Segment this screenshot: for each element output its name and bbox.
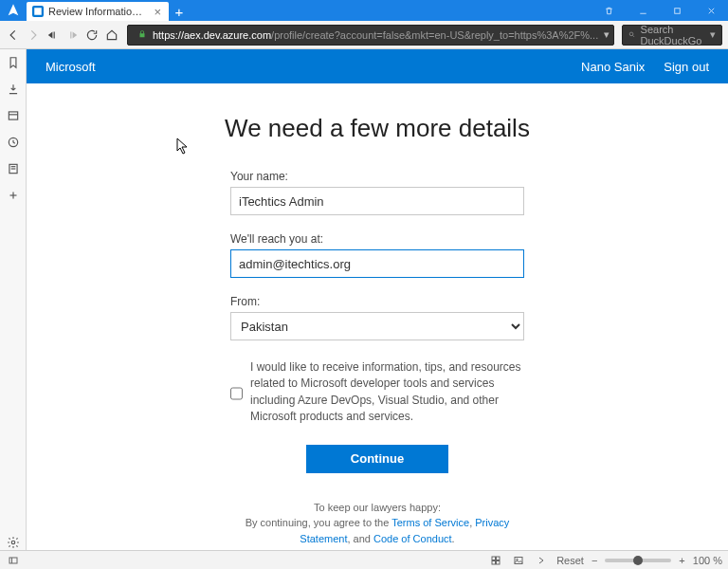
svg-rect-20 <box>497 560 500 564</box>
browser-toolbar: https://aex.dev.azure.com/profile/create… <box>0 21 728 49</box>
zoom-plus-icon[interactable]: + <box>679 555 684 566</box>
consent-text: I would like to receive information, tip… <box>250 359 524 426</box>
legal-text: To keep our lawyers happy: By continuing… <box>230 500 524 547</box>
url-text: https://aex.dev.azure.com/profile/create… <box>153 29 598 41</box>
user-name[interactable]: Nano Sanix <box>581 60 645 74</box>
home-button[interactable] <box>103 25 119 46</box>
ms-header: Microsoft Nano Sanix Sign out <box>27 49 728 83</box>
page-viewport: Microsoft Nano Sanix Sign out We need a … <box>27 49 728 550</box>
rewind-button[interactable] <box>45 25 61 46</box>
zoom-slider[interactable] <box>605 559 671 562</box>
forward-button[interactable] <box>26 25 42 46</box>
back-button[interactable] <box>6 25 22 46</box>
lock-icon <box>137 29 147 41</box>
panel-icon[interactable] <box>6 108 21 123</box>
zoom-value: 100 % <box>693 555 722 566</box>
search-dropdown-icon[interactable]: ▾ <box>710 28 716 41</box>
search-icon <box>628 29 635 40</box>
reset-zoom[interactable]: Reset <box>556 555 584 566</box>
tab-title: Review Information | Micros <box>48 6 145 17</box>
svg-line-5 <box>633 35 635 37</box>
svg-rect-1 <box>674 8 680 13</box>
continue-button[interactable]: Continue <box>306 445 448 473</box>
search-placeholder: Search DuckDuckGo <box>641 24 705 46</box>
zoom-minus-icon[interactable]: − <box>592 555 597 566</box>
close-tab-icon[interactable]: × <box>154 5 161 19</box>
tiling-icon[interactable] <box>488 553 503 568</box>
maximize-button[interactable] <box>660 0 694 21</box>
svg-rect-18 <box>497 557 500 560</box>
settings-icon[interactable] <box>6 535 21 550</box>
bookmarks-icon[interactable] <box>6 55 21 70</box>
ms-brand: Microsoft <box>46 60 96 74</box>
url-dropdown-icon[interactable]: ▾ <box>604 28 610 41</box>
vivaldi-logo <box>0 0 27 21</box>
search-box[interactable]: Search DuckDuckGo ▾ <box>622 25 722 46</box>
notes-icon[interactable] <box>6 161 21 176</box>
panel-toggle-icon[interactable] <box>6 553 21 568</box>
from-select[interactable]: Pakistan <box>230 312 524 340</box>
window-titlebar: Review Information | Micros × + <box>0 0 728 21</box>
address-bar[interactable]: https://aex.dev.azure.com/profile/create… <box>127 25 614 46</box>
new-tab-button[interactable]: + <box>169 2 190 21</box>
status-bar: Reset − + 100 % <box>0 550 728 569</box>
page-title: We need a few more details <box>225 114 530 143</box>
svg-rect-21 <box>515 557 522 563</box>
close-button[interactable] <box>694 0 728 21</box>
browser-tab[interactable]: Review Information | Micros × <box>27 2 169 21</box>
svg-rect-15 <box>9 558 17 563</box>
page-actions-icon[interactable] <box>534 553 549 568</box>
svg-point-14 <box>11 541 15 544</box>
azure-favicon <box>32 6 44 17</box>
name-label: Your name: <box>230 170 524 183</box>
image-toggle-icon[interactable] <box>511 553 526 568</box>
sign-out-link[interactable]: Sign out <box>664 60 709 74</box>
add-panel-icon[interactable] <box>6 188 21 203</box>
downloads-icon[interactable] <box>6 82 21 97</box>
reload-button[interactable] <box>84 25 100 46</box>
form-container: We need a few more details Your name: We… <box>27 83 728 546</box>
history-icon[interactable] <box>6 135 21 150</box>
name-input[interactable] <box>230 187 524 215</box>
fastforward-button[interactable] <box>64 25 81 46</box>
svg-point-4 <box>629 32 633 36</box>
svg-rect-17 <box>492 557 496 560</box>
side-panel <box>0 49 27 550</box>
trash-icon[interactable] <box>592 0 626 21</box>
email-input[interactable] <box>230 249 524 278</box>
consent-checkbox[interactable] <box>230 361 243 426</box>
svg-rect-19 <box>492 560 496 564</box>
svg-rect-6 <box>9 112 17 119</box>
from-label: From: <box>230 295 524 308</box>
coc-link[interactable]: Code of Conduct <box>373 533 452 544</box>
minimize-button[interactable] <box>626 0 660 21</box>
tos-link[interactable]: Terms of Service <box>391 517 469 528</box>
email-label: We'll reach you at: <box>230 232 524 246</box>
